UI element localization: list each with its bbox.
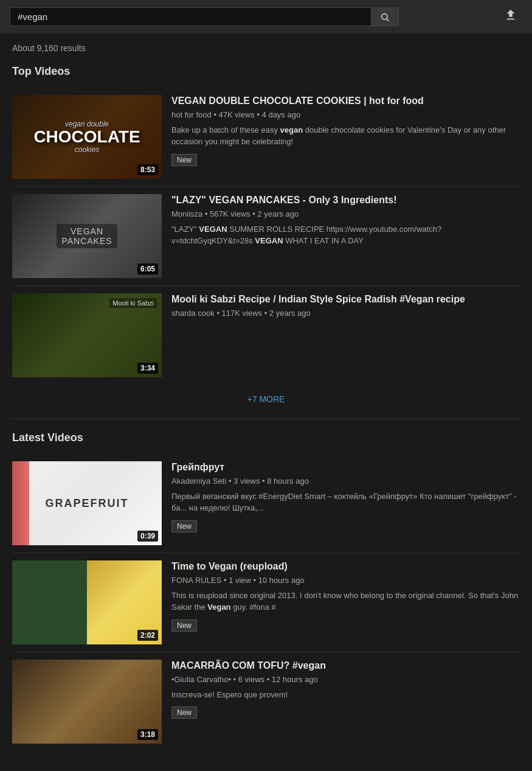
video-info: VEGAN DOUBLE CHOCOLATE COOKIES | hot for…: [171, 95, 520, 179]
video-info: Грейпфрут Akademiya Seti • 3 views • 8 h…: [171, 461, 520, 545]
search-input[interactable]: [10, 7, 371, 26]
search-button[interactable]: [371, 7, 399, 26]
duration-badge: 3:18: [137, 729, 158, 740]
new-badge: New: [171, 520, 197, 532]
video-description: "LAZY" VEGAN SUMMER ROLLS RECIPE https:/…: [171, 223, 520, 247]
video-item[interactable]: Mooli ki Sabzi 3:34 Mooli ki Sabzi Recip…: [12, 286, 520, 385]
video-meta: Moniisza • 567K views • 2 years ago: [171, 209, 520, 218]
video-info: Time to Vegan (reupload) FONA RULES • 1 …: [171, 560, 520, 644]
thumb-gray-text: VEGANPANCAKES: [57, 224, 117, 248]
main-content: About 9,160 results Top Videos vegan dou…: [0, 33, 532, 761]
duration-badge: 2:02: [137, 630, 158, 641]
video-info: "LAZY" VEGAN PANCAKES - Only 3 Ingredien…: [171, 194, 520, 278]
thumbnail-wrapper: GRAPEFRUIT 0:39: [12, 461, 162, 545]
video-title[interactable]: "LAZY" VEGAN PANCAKES - Only 3 Ingredien…: [171, 194, 520, 207]
video-description: Bake up a batch of these easy vegan doub…: [171, 124, 520, 148]
results-count: About 9,160 results: [12, 43, 520, 53]
more-button-wrapper: +7 MORE: [12, 385, 520, 414]
upload-button[interactable]: [499, 6, 522, 27]
svg-line-1: [387, 19, 389, 21]
video-item[interactable]: vegan double CHOCOLATE cookies 8:53 VEGA…: [12, 88, 520, 187]
video-description: Inscreva-se! Espero que provem!: [171, 689, 520, 701]
thumb-small-text2: cookies: [75, 145, 100, 154]
latest-videos-header: Latest Videos: [12, 431, 520, 444]
video-title[interactable]: VEGAN DOUBLE CHOCOLATE COOKIES | hot for…: [171, 95, 520, 108]
thumbnail-wrapper: 3:18: [12, 660, 162, 744]
video-meta: hot for food • 47K views • 4 days ago: [171, 110, 520, 119]
video-meta: •Giulia Carvalho• • 6 views • 12 hours a…: [171, 675, 520, 684]
duration-badge: 3:34: [137, 363, 158, 374]
top-videos-section: Top Videos vegan double CHOCOLATE cookie…: [12, 65, 520, 414]
thumbnail-wrapper: Mooli ki Sabzi 3:34: [12, 293, 162, 377]
thumb-left: [12, 560, 87, 644]
header: [0, 0, 532, 33]
video-info: MACARRÃO COM TOFU? #vegan •Giulia Carval…: [171, 660, 520, 744]
video-item[interactable]: GRAPEFRUIT 0:39 Грейпфрут Akademiya Seti…: [12, 454, 520, 553]
top-videos-list: vegan double CHOCOLATE cookies 8:53 VEGA…: [12, 88, 520, 385]
video-meta: Akademiya Seti • 3 views • 8 hours ago: [171, 476, 520, 486]
upload-icon: [504, 9, 517, 22]
video-title[interactable]: Mooli ki Sabzi Recipe / Indian Style Spi…: [171, 293, 520, 306]
duration-badge: 8:53: [137, 164, 158, 175]
thumbnail-wrapper: vegan double CHOCOLATE cookies 8:53: [12, 95, 162, 179]
video-description: This is reupload since original 2013. I …: [171, 590, 520, 613]
top-videos-header: Top Videos: [12, 65, 520, 78]
thumbnail-wrapper: VEGANPANCAKES 6:05: [12, 194, 162, 278]
thumbnail-wrapper: 2:02: [12, 560, 162, 644]
new-badge: New: [171, 154, 197, 166]
more-button[interactable]: +7 MORE: [247, 394, 285, 404]
video-info: Mooli ki Sabzi Recipe / Indian Style Spi…: [171, 293, 520, 377]
new-badge: New: [171, 706, 197, 719]
video-title[interactable]: Грейпфрут: [171, 461, 520, 474]
video-meta: FONA RULES • 1 view • 10 hours ago: [171, 576, 520, 585]
thumb-center-label: GRAPEFRUIT: [46, 497, 129, 510]
thumb-dish-label: Mooli ki Sabzi: [109, 298, 157, 308]
search-icon: [380, 12, 390, 22]
duration-badge: 6:05: [137, 263, 158, 274]
video-item[interactable]: 2:02 Time to Vegan (reupload) FONA RULES…: [12, 553, 520, 652]
duration-badge: 0:39: [137, 531, 158, 542]
latest-videos-list: GRAPEFRUIT 0:39 Грейпфрут Akademiya Seti…: [12, 454, 520, 751]
search-bar: [10, 7, 399, 26]
section-divider: [12, 419, 520, 419]
video-title[interactable]: Time to Vegan (reupload): [171, 560, 520, 573]
svg-point-0: [382, 13, 387, 19]
latest-videos-section: Latest Videos GRAPEFRUIT 0:39 Грейпфрут …: [12, 431, 520, 751]
video-description: Первый веганский вкус #EnergyDiet Smart …: [171, 490, 520, 514]
new-badge: New: [171, 619, 197, 632]
video-title[interactable]: MACARRÃO COM TOFU? #vegan: [171, 660, 520, 672]
video-item[interactable]: VEGANPANCAKES 6:05 "LAZY" VEGAN PANCAKES…: [12, 187, 520, 286]
video-item[interactable]: 3:18 MACARRÃO COM TOFU? #vegan •Giulia C…: [12, 652, 520, 751]
video-meta: sharda cook • 117K views • 2 years ago: [171, 309, 520, 318]
thumb-big-text: CHOCOLATE: [33, 128, 140, 145]
